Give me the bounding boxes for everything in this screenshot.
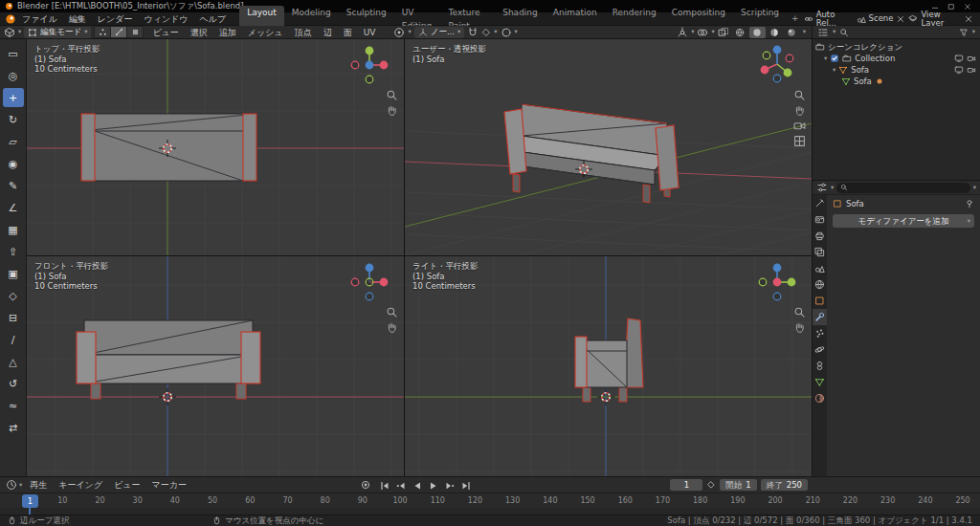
viewport-menu-vertex[interactable]: 頂点 [289, 26, 318, 39]
current-frame-field[interactable]: 1 [670, 479, 702, 491]
breadcrumb-object-name[interactable]: Sofa [846, 200, 864, 208]
pan-icon[interactable] [793, 321, 806, 334]
properties-tab-constraints[interactable] [813, 358, 827, 374]
properties-tab-output[interactable] [813, 228, 827, 244]
mode-select-dropdown[interactable]: 編集モード [24, 27, 91, 38]
properties-tab-view-layer[interactable] [813, 244, 827, 260]
camera-icon[interactable] [967, 54, 976, 63]
properties-tab-scene[interactable] [813, 260, 827, 276]
loop-cut-tool[interactable]: ⊟ [3, 308, 24, 327]
collection-checkbox-icon[interactable] [830, 54, 839, 63]
viewport-top[interactable]: トップ・平行投影 (1) Sofa 10 Centimeters [27, 39, 404, 255]
shading-solid-button[interactable] [749, 27, 766, 38]
viewport-menu-add[interactable]: 追加 [213, 26, 242, 39]
nav-gizmo[interactable] [756, 261, 798, 303]
blender-menu-icon[interactable] [5, 13, 16, 25]
timeline-menu-keying[interactable]: キーイング [53, 478, 108, 492]
cursor-tool[interactable]: ◎ [3, 66, 24, 85]
nav-gizmo[interactable] [756, 43, 798, 85]
viewport-menu-view[interactable]: ビュー [146, 26, 184, 39]
view-layer-name[interactable]: View Layer [921, 11, 961, 27]
play-button[interactable] [428, 480, 439, 492]
keying-set-icon[interactable] [706, 480, 716, 490]
select-box-tool[interactable]: ▭ [3, 44, 24, 63]
pivot-point-icon[interactable] [393, 27, 405, 38]
menu-render[interactable]: レンダー [92, 12, 139, 26]
rotate-tool[interactable]: ↻ [3, 110, 24, 129]
properties-tab-world[interactable] [813, 276, 827, 293]
transform-orientation-dropdown[interactable]: ノー... [414, 27, 465, 38]
edge-slide-tool[interactable]: ⇄ [3, 418, 24, 437]
viewport-menu-select[interactable]: 選択 [185, 26, 213, 39]
sofa-mesh[interactable] [77, 320, 260, 399]
timeline-track-area[interactable] [0, 508, 980, 515]
outliner-row-scene-collection[interactable]: シーンコレクション [813, 41, 980, 53]
timeline-editor-icon[interactable] [6, 479, 17, 491]
sofa-mesh[interactable] [575, 318, 643, 402]
properties-tab-tool[interactable] [813, 195, 827, 211]
properties-tab-object[interactable] [813, 293, 827, 309]
frame-start-field[interactable]: 開始 1 [720, 479, 756, 491]
viewport-right[interactable]: ライト・平行投影 (1) Sofa 10 Centimeters [405, 256, 812, 476]
spin-tool[interactable]: ↺ [3, 374, 24, 393]
snap-magnet-icon[interactable] [467, 27, 479, 38]
zoom-icon[interactable] [386, 306, 398, 318]
viewport-menu-face[interactable]: 面 [338, 26, 358, 39]
play-reverse-button[interactable] [412, 480, 423, 492]
pan-icon[interactable] [386, 321, 398, 334]
menu-window[interactable]: ウィンドウ [138, 12, 193, 26]
smooth-tool[interactable]: ≈ [3, 396, 24, 415]
properties-tab-modifiers[interactable] [813, 309, 827, 325]
transform-tool[interactable]: ◉ [3, 154, 24, 173]
viewport-menu-mesh[interactable]: メッシュ [242, 26, 289, 39]
sofa-mesh[interactable] [81, 114, 256, 181]
knife-tool[interactable]: ∕ [3, 330, 24, 349]
outliner-editor-icon[interactable] [817, 27, 829, 38]
timeline-menu-playback[interactable]: 再生 [24, 478, 53, 492]
camera-icon[interactable] [967, 65, 976, 75]
outliner-row-sofa-mesh-data[interactable]: Sofa [813, 76, 980, 87]
properties-search-field[interactable] [836, 183, 969, 193]
viewport-user-canvas[interactable] [405, 39, 812, 255]
menu-help[interactable]: ヘルプ [194, 12, 233, 26]
pin-icon[interactable] [965, 199, 974, 208]
jump-to-start-button[interactable] [379, 480, 390, 492]
outliner-row-collection[interactable]: Collection [813, 53, 980, 64]
properties-tab-render[interactable] [813, 211, 827, 228]
menu-file[interactable]: ファイル [16, 12, 63, 26]
auto-keying-icon[interactable] [360, 479, 371, 491]
annotate-tool[interactable]: ✎ [3, 176, 24, 195]
jump-to-next-keyframe-button[interactable] [444, 480, 456, 492]
ortho-toggle-icon[interactable] [793, 135, 806, 147]
jump-to-end-button[interactable] [460, 480, 472, 492]
scale-tool[interactable]: ▱ [3, 132, 24, 151]
move-tool[interactable]: + [3, 88, 24, 107]
face-select-button[interactable] [127, 27, 143, 37]
extrude-region-tool[interactable]: ⇧ [3, 242, 24, 261]
pan-icon[interactable] [793, 104, 806, 117]
timeline-menu-marker[interactable]: マーカー [146, 478, 192, 492]
overlays-toggle-icon[interactable] [697, 27, 708, 38]
proportional-edit-icon[interactable] [501, 27, 512, 38]
poly-build-tool[interactable]: △ [3, 352, 24, 371]
outliner-row-sofa-object[interactable]: Sofa [813, 64, 980, 76]
edge-select-button[interactable] [111, 27, 126, 37]
properties-tab-material[interactable] [813, 390, 827, 406]
expand-icon[interactable] [824, 55, 827, 62]
shading-material-button[interactable] [767, 27, 783, 38]
menu-edit[interactable]: 編集 [63, 12, 92, 26]
shading-wireframe-button[interactable] [732, 27, 748, 38]
measure-tool[interactable]: ∠ [3, 198, 24, 217]
bevel-tool[interactable]: ◇ [3, 286, 24, 305]
monitor-icon[interactable] [954, 65, 964, 75]
snap-target-icon[interactable] [481, 28, 491, 37]
camera-view-icon[interactable] [793, 120, 806, 132]
inset-faces-tool[interactable]: ▣ [3, 264, 24, 283]
sofa-mesh[interactable] [504, 104, 679, 203]
pan-icon[interactable] [386, 104, 398, 117]
properties-tab-physics[interactable] [813, 341, 827, 358]
viewport-menu-edge[interactable]: 辺 [318, 26, 338, 39]
nav-gizmo[interactable] [348, 44, 390, 86]
frame-end-field[interactable]: 終了 250 [761, 479, 808, 491]
properties-tab-object-data[interactable] [813, 374, 827, 390]
